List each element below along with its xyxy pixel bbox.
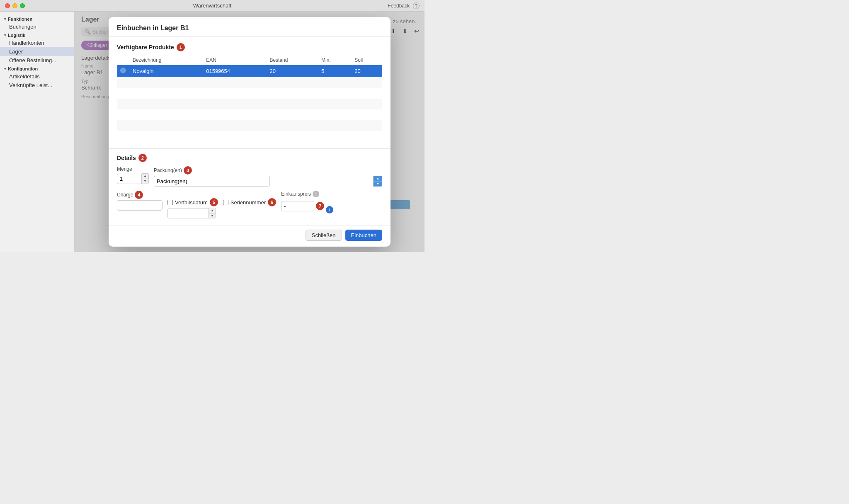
einkaufspreis-input[interactable] — [281, 201, 314, 211]
packungen-select-wrapper: Packung(en) ▲ ▼ — [154, 176, 382, 187]
table-row-empty-6 — [117, 131, 382, 142]
details-title: Details 2 — [117, 154, 382, 162]
chevron-down-icon: ▾ — [4, 67, 6, 71]
details-second-row: Charge 4 Verfallsdatum 5 — [117, 191, 382, 218]
sidebar-item-offene-bestellung[interactable]: Offene Bestellung... — [0, 56, 74, 65]
modal-body: Verfügbare Produkte 1 Bezeichnung EAN Be… — [109, 36, 391, 148]
window-title: Warenwirtschaft — [193, 2, 232, 9]
details-menge-row: Menge ▲ ▼ Packung(en) — [117, 166, 382, 187]
verfallsdatum-input[interactable] — [167, 208, 209, 218]
seriennummer-checkbox-group: Seriennummer 6 — [223, 198, 276, 206]
sidebar-section-label: Funktionen — [8, 17, 32, 22]
einbuchen-button[interactable]: Einbuchen — [345, 230, 382, 241]
packungen-label: Packung(en) 3 — [154, 166, 382, 174]
date-down-button[interactable]: ▼ — [209, 213, 216, 218]
table-row-empty-4 — [117, 109, 382, 120]
verfallsdatum-checkbox[interactable] — [167, 200, 173, 205]
cell-min: 5 — [318, 65, 351, 78]
details-label: Details — [117, 155, 136, 161]
col-ean: EAN — [203, 56, 266, 65]
menge-stepper-buttons: ▲ ▼ — [142, 173, 149, 184]
cell-bezeichnung: Novalgin — [129, 65, 203, 78]
seriennummer-field-group: Seriennummer 6 — [223, 191, 276, 206]
table-row-empty-5 — [117, 120, 382, 131]
row-radio-cell — [117, 65, 129, 78]
menge-stepper-input: ▲ ▼ — [117, 173, 149, 184]
main-content: Lager 🔍 Suchen Kühllager B1 Lagerdetails… — [75, 12, 424, 252]
modal-overlay: Einbuchen in Lager B1 Verfügbare Produkt… — [75, 12, 424, 252]
einkaufspreis-label: Einkaufspreis — [281, 191, 311, 197]
menge-field-group: Menge ▲ ▼ — [117, 166, 149, 184]
select-stepper-up[interactable]: ▲ — [374, 176, 382, 182]
sidebar-item-buchungen[interactable]: Buchungen — [0, 22, 74, 31]
packungen-select-stepper: ▲ ▼ — [373, 176, 382, 187]
table-row-empty-1 — [117, 77, 382, 88]
modal-title: Einbuchen in Lager B1 — [117, 24, 189, 32]
badge-4: 4 — [135, 191, 143, 199]
einkaufspreis-info-icon[interactable]: i — [313, 191, 319, 197]
col-radio — [117, 56, 129, 65]
maximize-button[interactable] — [20, 3, 25, 8]
help-button[interactable]: ? — [413, 2, 420, 9]
verfallsdatum-stepper: ▲ ▼ — [209, 208, 216, 218]
einkaufspreis-blue-info-icon[interactable]: i — [326, 206, 333, 213]
seriennummer-label[interactable]: Seriennummer — [230, 199, 266, 206]
sidebar-item-haendlerkonten[interactable]: Händlerkonten — [0, 39, 74, 47]
badge-6: 6 — [268, 198, 276, 206]
menge-increment-button[interactable]: ▲ — [142, 174, 148, 179]
einkaufspreis-label-group: Einkaufspreis i — [281, 191, 333, 197]
packungen-select[interactable]: Packung(en) — [154, 176, 270, 187]
sidebar-section-label: Logistik — [8, 33, 25, 38]
charge-input[interactable] — [117, 200, 163, 211]
select-stepper-down[interactable]: ▼ — [374, 182, 382, 187]
cell-ean: 01599654 — [203, 65, 266, 78]
modal-header: Einbuchen in Lager B1 — [109, 17, 391, 36]
sidebar-section-label: Konfiguration — [8, 66, 38, 71]
badge-2: 2 — [138, 154, 147, 162]
details-section: Details 2 Menge ▲ ▼ — [109, 148, 391, 225]
sidebar: ▾ Funktionen Buchungen ▾ Logistik Händle… — [0, 12, 75, 252]
charge-label: Charge 4 — [117, 191, 163, 199]
chevron-down-icon: ▾ — [4, 33, 6, 37]
verfallsdatum-field-group: Verfallsdatum 5 ▲ ▼ — [167, 191, 218, 218]
menge-decrement-button[interactable]: ▼ — [142, 179, 148, 184]
titlebar: Warenwirtschaft Feedback ? — [0, 0, 424, 12]
app-body: ▾ Funktionen Buchungen ▾ Logistik Händle… — [0, 12, 424, 252]
table-row[interactable]: Novalgin 01599654 20 5 20 — [117, 65, 382, 78]
badge-1: 1 — [177, 43, 185, 51]
cell-soll: 20 — [351, 65, 382, 78]
verfallsdatum-label[interactable]: Verfallsdatum — [175, 199, 208, 206]
menge-input[interactable] — [117, 174, 142, 184]
verfallsdatum-checkbox-group: Verfallsdatum 5 — [167, 198, 218, 206]
close-button[interactable] — [5, 3, 10, 8]
table-row-empty-2 — [117, 88, 382, 99]
col-bezeichnung: Bezeichnung — [129, 56, 203, 65]
sidebar-section-konfiguration[interactable]: ▾ Konfiguration — [0, 65, 74, 72]
badge-3: 3 — [184, 166, 192, 174]
modal-footer: Schließen Einbuchen — [109, 225, 391, 247]
modal-dialog: Einbuchen in Lager B1 Verfügbare Produkt… — [109, 17, 391, 247]
schliessen-button[interactable]: Schließen — [306, 230, 342, 241]
titlebar-right: Feedback ? — [388, 2, 420, 9]
verfuegbare-produkte-section-title: Verfügbare Produkte 1 — [117, 43, 382, 51]
minimize-button[interactable] — [12, 3, 17, 8]
col-min: Min. — [318, 56, 351, 65]
badge-5: 5 — [210, 198, 218, 206]
row-radio — [120, 68, 126, 73]
sidebar-item-verknuepfte[interactable]: Verknüpfte Leist... — [0, 81, 74, 90]
product-table: Bezeichnung EAN Bestand Min. Soll Novalg… — [117, 56, 382, 142]
feedback-button[interactable]: Feedback — [388, 3, 410, 9]
verfallsdatum-input-group: ▲ ▼ — [167, 208, 218, 218]
sidebar-section-logistik[interactable]: ▾ Logistik — [0, 31, 74, 39]
sidebar-item-lager[interactable]: Lager — [0, 47, 74, 56]
table-row-empty-3 — [117, 99, 382, 109]
seriennummer-checkbox[interactable] — [223, 200, 228, 205]
einkaufspreis-field-group: Einkaufspreis i 7 i — [281, 191, 333, 213]
sidebar-section-funktionen[interactable]: ▾ Funktionen — [0, 15, 74, 22]
date-up-button[interactable]: ▲ — [209, 208, 216, 213]
table-header-row: Bezeichnung EAN Bestand Min. Soll — [117, 56, 382, 65]
chevron-down-icon: ▾ — [4, 17, 6, 21]
sidebar-item-artikeldetails[interactable]: Artikeldetails — [0, 72, 74, 81]
packungen-field-group: Packung(en) 3 Packung(en) ▲ ▼ — [154, 166, 382, 187]
charge-field-group: Charge 4 — [117, 191, 163, 211]
